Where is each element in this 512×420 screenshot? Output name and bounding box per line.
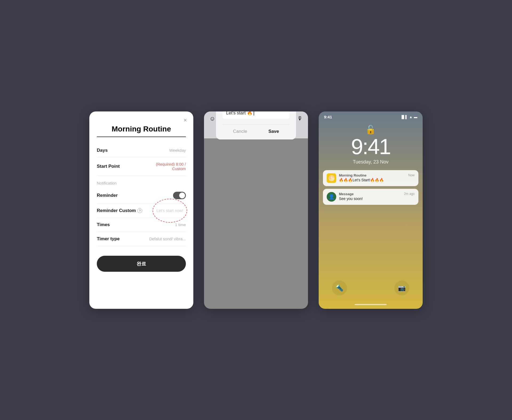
message-notif-content: Message 2m ago See you soon!: [339, 192, 415, 201]
status-icons: ▐▌▌ ▲ ▬: [400, 115, 417, 119]
days-label: Days: [97, 148, 108, 153]
message-notif-text: See you soon!: [339, 197, 415, 201]
flashlight-button[interactable]: 🔦: [332, 281, 347, 295]
morning-routine-notif-time: Now: [408, 173, 415, 177]
wifi-icon: ▲: [409, 115, 413, 119]
reminder-custom-label-container: Reminder Custom ?: [97, 208, 142, 213]
timer-type-row: Timer type Defalut sond/ vibra...: [97, 232, 186, 246]
morning-routine-notif-header: Morning Routine Now: [339, 173, 415, 177]
home-indicator: [355, 304, 387, 305]
times-row: Times 1 time: [97, 218, 186, 232]
modal-cancel-button[interactable]: Cancle: [233, 129, 247, 134]
start-point-row: Start Point (Required) 8:00 / Custom: [97, 158, 186, 175]
message-app-name: Message: [339, 192, 354, 196]
modal-save-button[interactable]: Save: [268, 129, 279, 134]
camera-button[interactable]: 📷: [394, 281, 409, 295]
morning-routine-notif-content: Morning Routine Now 🔥🔥🔥Let's Start!🔥🔥🔥: [339, 173, 415, 182]
modal-actions: Cancle Save: [222, 124, 290, 134]
message-notif-header: Message 2m ago: [339, 192, 415, 196]
panel-2-dialog: × Morning Routine Reminder Custom Up to …: [204, 111, 308, 309]
panel-3-lockscreen: 9:41 ▐▌▌ ▲ ▬ 🔓 9:41 Tuesday, 23 Nov 🌕 Mo…: [319, 111, 423, 309]
lock-screen-time: 9:41: [319, 136, 423, 158]
modal-input-field[interactable]: Let's start 🔥: [222, 111, 290, 119]
message-notif-icon: 👤: [327, 192, 336, 202]
reminder-label: Reminder: [97, 193, 118, 198]
timer-type-value: Defalut sond/ vibra...: [149, 237, 186, 241]
message-avatar: 👤: [329, 194, 334, 200]
timer-type-label: Timer type: [97, 236, 120, 242]
dashed-highlight-container: Let's start now!: [154, 208, 186, 213]
lock-screen-date: Tuesday, 23 Nov: [319, 159, 423, 165]
reminder-custom-modal: Reminder Custom Up to 30 characters Let'…: [216, 111, 296, 139]
modal-input-text: Let's start 🔥: [226, 111, 253, 116]
notification-section-label: Notification: [97, 181, 186, 185]
morning-routine-notif-message: 🔥🔥🔥Let's Start!🔥🔥🔥: [339, 178, 415, 182]
notification-message[interactable]: 👤 Message 2m ago See you soon!: [323, 189, 418, 205]
text-cursor: [254, 111, 254, 116]
lock-icon: 🔓: [365, 125, 376, 134]
lock-bottom-actions: 🔦 📷: [319, 281, 423, 295]
reminder-custom-text: Reminder Custom: [97, 208, 136, 213]
lock-icon-container: 🔓: [319, 125, 423, 135]
reminder-custom-value[interactable]: Let's start now!: [154, 207, 186, 214]
panel-1-settings: × Morning Routine Days Weekday Start Poi…: [89, 111, 193, 309]
reminder-custom-help-icon[interactable]: ?: [137, 208, 142, 213]
reminder-row: Reminder: [97, 187, 186, 204]
morning-routine-app-name: Morning Routine: [339, 173, 366, 177]
times-label: Times: [97, 222, 110, 227]
start-point-label: Start Point: [97, 164, 120, 169]
days-row: Days Weekday: [97, 143, 186, 158]
battery-icon: ▬: [414, 115, 417, 119]
status-bar-time: 9:41: [324, 115, 332, 119]
notifications-area: 🌕 Morning Routine Now 🔥🔥🔥Let's Start!🔥🔥🔥…: [323, 170, 418, 205]
panel1-close-button[interactable]: ×: [183, 117, 187, 124]
notification-morning-routine[interactable]: 🌕 Morning Routine Now 🔥🔥🔥Let's Start!🔥🔥🔥: [323, 170, 418, 186]
reminder-toggle[interactable]: [173, 192, 186, 199]
reminder-custom-row: Reminder Custom ? Let's start now!: [97, 204, 186, 218]
panel2-background: × Morning Routine Reminder Custom Up to …: [204, 111, 308, 138]
signal-icon: ▐▌▌: [400, 115, 408, 119]
message-notif-time: 2m ago: [404, 192, 415, 196]
done-button[interactable]: 완료: [97, 256, 186, 272]
days-value: Weekday: [169, 148, 186, 153]
start-point-value: (Required) 8:00 / Custom: [143, 162, 186, 171]
times-value: 1 time: [175, 222, 186, 227]
panel1-title: Morning Routine: [97, 125, 186, 137]
status-bar: 9:41 ▐▌▌ ▲ ▬: [319, 111, 423, 120]
morning-routine-notif-icon: 🌕: [327, 173, 336, 183]
